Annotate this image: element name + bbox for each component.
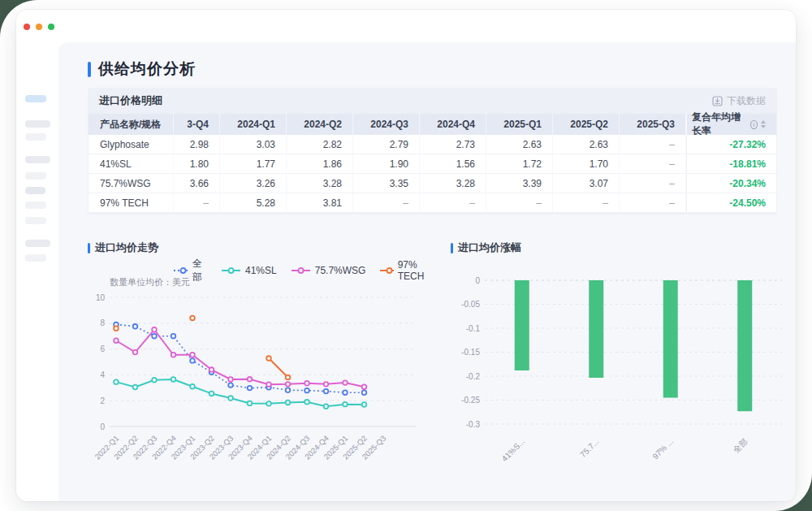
data-point[interactable] (152, 327, 157, 332)
data-point[interactable] (343, 390, 348, 395)
data-point[interactable] (304, 400, 309, 405)
close-window-icon[interactable] (24, 24, 30, 30)
data-point[interactable] (248, 377, 253, 382)
data-point[interactable] (152, 378, 157, 383)
download-data-button[interactable]: 下载数据 (712, 94, 766, 108)
data-point[interactable] (362, 384, 367, 389)
data-point[interactable] (209, 392, 214, 396)
table-cell-value: 5.28 (220, 193, 287, 213)
data-point[interactable] (133, 385, 138, 390)
data-point[interactable] (171, 334, 176, 339)
legend-item[interactable]: 75.7%WSG (292, 265, 366, 276)
import-price-table: 产品名称/规格3-Q42024-Q12024-Q22024-Q32024-Q42… (89, 114, 776, 213)
download-icon (712, 96, 723, 106)
data-point[interactable] (266, 356, 271, 361)
table-cell-value: – (620, 154, 686, 174)
column-header-label: 3-Q4 (187, 119, 209, 130)
bar[interactable] (737, 280, 752, 411)
table-cell-value: 1.56 (420, 154, 486, 174)
legend-dot (298, 268, 303, 273)
table-cell-product-name: 41%SL (89, 154, 174, 174)
data-point[interactable] (152, 334, 157, 339)
data-point[interactable] (362, 402, 367, 407)
info-icon[interactable] (750, 120, 758, 129)
line-chart-title: 进口均价走势 (88, 240, 158, 255)
table-cell-value: 3.07 (553, 174, 620, 193)
sidebar (16, 42, 58, 501)
legend-label: 75.7%WSG (315, 265, 366, 276)
sidebar-item-active (25, 95, 46, 102)
table-cell-value: 2.98 (174, 135, 220, 154)
data-point[interactable] (171, 377, 176, 382)
data-point[interactable] (362, 390, 367, 395)
data-point[interactable] (171, 353, 176, 357)
x-tick-label: 全部 (731, 437, 749, 456)
y-tick-label: 2 (100, 396, 105, 405)
line-chart: 02468102022-Q12022-Q22022-Q32022-Q42023-… (88, 289, 422, 480)
sort-icon[interactable] (761, 120, 766, 128)
data-point[interactable] (286, 388, 291, 392)
table-card-header: 进口价格明细 下载数据 (88, 88, 777, 114)
chart-legend: 全部41%SL75.7%WSG97% TECH (174, 257, 430, 284)
legend-dot (387, 268, 392, 273)
data-point[interactable] (228, 383, 233, 388)
sidebar-skeleton-item (25, 120, 50, 128)
data-point[interactable] (114, 379, 119, 384)
data-point[interactable] (266, 401, 271, 406)
data-point[interactable] (190, 353, 195, 357)
column-header: 2024-Q2 (287, 114, 353, 135)
data-point[interactable] (248, 386, 253, 391)
bar[interactable] (663, 280, 678, 398)
table-cell-value: 1.72 (486, 154, 553, 174)
data-point[interactable] (228, 377, 233, 382)
table-cell-value: 1.77 (220, 154, 287, 174)
bar[interactable] (515, 280, 529, 370)
screenshot-canvas: 供给均价分析 进口价格明细 下载数据 产品名称/规格3-Q4202 (0, 0, 812, 511)
data-point[interactable] (266, 382, 271, 387)
data-point[interactable] (286, 375, 291, 380)
legend-item[interactable]: 41%SL (222, 265, 277, 276)
column-header: 2025-Q1 (486, 114, 553, 135)
bar[interactable] (589, 280, 603, 378)
data-point[interactable] (228, 396, 233, 401)
minimize-window-icon[interactable] (36, 24, 42, 30)
column-header-label: 2024-Q2 (304, 119, 342, 130)
legend-label: 全部 (192, 257, 207, 284)
data-point[interactable] (248, 401, 253, 406)
data-point[interactable] (133, 350, 138, 355)
sort-asc-icon (761, 120, 766, 123)
data-point[interactable] (286, 401, 291, 405)
table-cell-cagr: -18.81% (686, 154, 776, 174)
data-point[interactable] (324, 382, 329, 387)
data-point[interactable] (114, 338, 119, 343)
title-accent-bar (88, 62, 91, 77)
x-tick-label: 41%S... (500, 437, 527, 464)
y-tick-label: 0 (100, 422, 105, 431)
data-point[interactable] (286, 382, 291, 387)
data-point[interactable] (343, 402, 348, 407)
table-cell-value: – (620, 193, 686, 213)
table-cell-cagr: -27.32% (686, 135, 776, 154)
data-point[interactable] (209, 367, 214, 372)
table-cell-product-name: 75.7%WSG (89, 174, 174, 193)
table-cell-value: 3.39 (486, 174, 553, 193)
sidebar-skeleton-item (25, 187, 45, 194)
column-header-label: 产品名称/规格 (100, 118, 161, 132)
table-cell-value: 2.63 (486, 135, 553, 154)
data-point[interactable] (114, 326, 119, 331)
data-point[interactable] (324, 404, 329, 409)
maximize-window-icon[interactable] (48, 24, 54, 30)
y-tick-label: -0.3 (466, 420, 481, 429)
column-header-label: 2025-Q2 (570, 119, 608, 130)
data-point[interactable] (343, 380, 348, 385)
table-cell-value: 3.66 (174, 174, 220, 193)
bar-chart-title-text: 进口均价涨幅 (458, 240, 521, 255)
data-point[interactable] (190, 358, 195, 363)
data-point[interactable] (324, 389, 329, 394)
data-point[interactable] (133, 324, 138, 329)
data-point[interactable] (304, 388, 309, 393)
data-point[interactable] (190, 316, 195, 321)
data-point[interactable] (190, 384, 195, 389)
legend-item[interactable]: 97% TECH (380, 259, 430, 282)
data-point[interactable] (304, 381, 309, 386)
